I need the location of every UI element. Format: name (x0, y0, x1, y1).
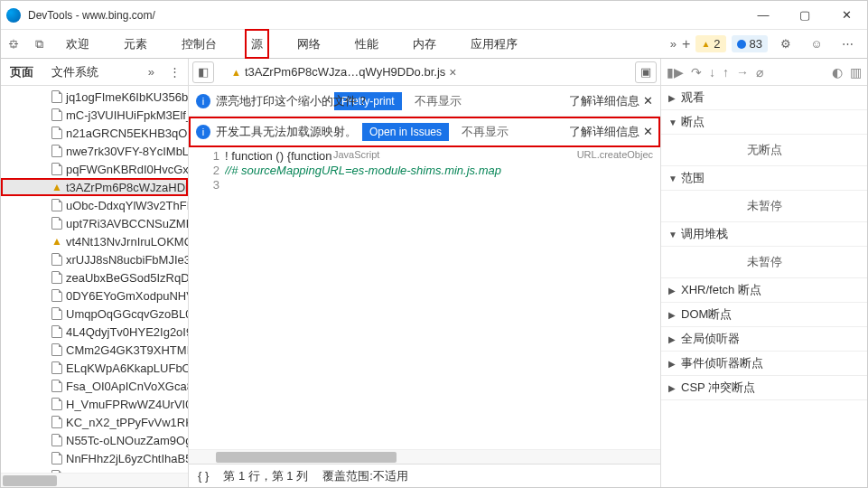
deactivate-bp-icon[interactable]: ⌀ (756, 65, 763, 80)
step-out-icon[interactable]: ↑ (723, 65, 729, 80)
file-row[interactable]: jq1ogFImeK6IbKU356bIv (1, 88, 188, 106)
file-icon (51, 307, 62, 320)
caret-down-icon: ▼ (668, 174, 677, 183)
main-tab-1[interactable]: 元素 (118, 30, 153, 58)
learnmore-sourcemap[interactable]: 了解详细信息 ✕ (569, 124, 653, 140)
dismiss-sourcemap[interactable]: 不再显示 (462, 124, 509, 140)
file-label: 0DY6EYoGmXodpuNHVc (66, 289, 188, 303)
panel-4-header[interactable]: ▶XHR/fetch 断点 (661, 278, 867, 303)
file-label: jq1ogFImeK6IbKU356bIv (66, 90, 188, 104)
panel-2-body: 未暂停 (661, 191, 867, 222)
close-tab-icon[interactable]: × (449, 65, 456, 80)
file-row[interactable]: ▲t3AZrPm6P8cWJzaHDi7c (1, 178, 188, 196)
coverage-status: 覆盖范围:不适用 (322, 468, 408, 484)
file-icon (51, 163, 62, 175)
file-row[interactable]: UmqpOqGGcqvGzoBL0l (1, 305, 188, 323)
left-kebab-icon[interactable]: ⋮ (162, 65, 188, 79)
file-row[interactable]: nwe7rk30VFY-8YcIMbLt (1, 142, 188, 160)
line-gutter: 123 (189, 147, 225, 449)
panel-7-header[interactable]: ▶事件侦听器断点 (661, 352, 867, 376)
file-row[interactable]: pqFWGnKBRdI0HvcGxln (1, 160, 188, 178)
dbg-misc2-icon[interactable]: ▥ (850, 65, 862, 80)
file-icon (51, 253, 62, 266)
step-into-icon[interactable]: ↓ (709, 65, 715, 80)
file-row[interactable]: n21aGRCN5EKHB3qOby (1, 124, 188, 142)
main-tab-2[interactable]: 控制台 (176, 30, 222, 58)
step-icon[interactable]: → (736, 65, 749, 80)
panel-label: 全局侦听器 (681, 331, 740, 347)
caret-right-icon: ▶ (668, 334, 677, 344)
panel-8-header[interactable]: ▶CSP 冲突断点 (661, 376, 867, 400)
maximize-button[interactable]: ▢ (784, 1, 826, 30)
open-in-issues-button[interactable]: Open in Issues (362, 123, 449, 141)
issues-warn-badge[interactable]: ▲2 (695, 35, 725, 52)
page-tab[interactable]: 页面 (1, 59, 42, 85)
main-tab-7[interactable]: 应用程序 (465, 30, 523, 58)
file-icon (51, 199, 62, 211)
file-label: nwe7rk30VFY-8YcIMbLt (66, 145, 188, 158)
inspect-icon[interactable]: ⯐ (1, 32, 26, 57)
editor-statusbar: { } 第 1 行，第 1 列 覆盖范围:不适用 (189, 464, 660, 487)
panel-0-header[interactable]: ▶观看 (661, 86, 867, 110)
window-controls: — ▢ ✕ (742, 1, 867, 30)
editor-file-tab[interactable]: ▲ t3AZrPm6P8cWJza…qWyH9DDo.br.js × (223, 61, 464, 83)
dismiss-prettyprint[interactable]: 不再显示 (415, 93, 462, 109)
main-tab-0[interactable]: 欢迎 (61, 30, 95, 58)
panel-6-header[interactable]: ▶全局侦听器 (661, 327, 867, 352)
panel-2-header[interactable]: ▼范围 (661, 166, 867, 191)
file-label: H_VmuFPRwWZ4UrVI0m (66, 398, 188, 411)
left-hscrollbar[interactable] (1, 473, 188, 487)
main-tab-4[interactable]: 网络 (292, 30, 326, 58)
add-tab-icon[interactable]: + (682, 36, 690, 52)
left-column: 页面 文件系统 » ⋮ jq1ogFImeK6IbKU356bIvmC-j3VU… (1, 59, 189, 487)
editor-hscrollbar[interactable] (189, 449, 660, 464)
file-label: N55Tc-oLNOuzZam9Og (66, 434, 188, 447)
file-row[interactable]: NnFHhz2jL6yzChtIhaB5l (1, 449, 188, 467)
braces-icon[interactable]: { } (198, 469, 209, 483)
file-row[interactable]: mC-j3VUIHUiFpkM3Elf_J (1, 106, 188, 124)
main-tab-3[interactable]: 源 (246, 30, 268, 58)
file-row[interactable]: ▲vt4Nt13NvJrnIruLOKMQ (1, 232, 188, 250)
caret-down-icon: ▼ (668, 117, 677, 127)
file-row[interactable]: KC_nX2_tPPyFvVw1RK2C (1, 413, 188, 431)
dbg-misc1-icon[interactable]: ◐ (832, 65, 843, 80)
file-row[interactable]: uObc-DdxqYlW3v2ThFF (1, 196, 188, 214)
main-tab-5[interactable]: 性能 (350, 30, 384, 58)
file-row[interactable]: CMm2G4GK3T9XHTMBy (1, 341, 188, 359)
more-tabs-icon[interactable]: » (670, 37, 677, 51)
nav-toggle-icon[interactable]: ◧ (192, 61, 214, 83)
file-row[interactable]: xrUJJ8sN8ucbiFbMJIe3n (1, 250, 188, 268)
panel-3-header[interactable]: ▼调用堆栈 (661, 222, 867, 247)
close-button[interactable]: ✕ (826, 1, 867, 30)
file-row[interactable]: 0DY6EYoGmXodpuNHVc (1, 286, 188, 305)
file-row[interactable]: Fsa_OI0ApICnVoXGca8A (1, 377, 188, 395)
left-more-icon[interactable]: » (141, 65, 162, 79)
file-row[interactable]: ELqKWpA6KkapLUFbOL (1, 359, 188, 377)
file-icon (51, 416, 62, 428)
code-editor[interactable]: 123 ! function () {function //# sourceMa… (189, 147, 660, 449)
file-label: uObc-DdxqYlW3v2ThFF (66, 199, 188, 212)
kebab-icon[interactable]: ⋯ (835, 32, 860, 57)
step-over-icon[interactable]: ↷ (691, 65, 702, 80)
file-tree[interactable]: jq1ogFImeK6IbKU356bIvmC-j3VUIHUiFpkM3Elf… (1, 86, 188, 473)
settings-icon[interactable]: ⚙ (773, 32, 798, 57)
file-row[interactable]: upt7Ri3AVBCCNSuZMRl (1, 214, 188, 232)
panel-1-header[interactable]: ▼断点 (661, 110, 867, 135)
file-row[interactable]: N55Tc-oLNOuzZam9Og (1, 431, 188, 449)
pause-icon[interactable]: ▮▶ (667, 65, 684, 80)
main-tab-6[interactable]: 内存 (407, 30, 442, 58)
file-row[interactable]: H_VmuFPRwWZ4UrVI0m (1, 395, 188, 413)
editor-dock-icon[interactable]: ▣ (635, 61, 657, 83)
file-icon (51, 108, 62, 121)
caret-down-icon: ▼ (668, 230, 677, 239)
panel-5-header[interactable]: ▶DOM断点 (661, 303, 867, 327)
device-icon[interactable]: ⧉ (26, 32, 51, 57)
file-row[interactable]: zeaUbxBeGSod5IzRqD19 (1, 268, 188, 286)
filesystem-tab[interactable]: 文件系统 (42, 59, 107, 85)
file-warn-icon: ▲ (51, 181, 62, 193)
learnmore-prettyprint[interactable]: 了解详细信息 ✕ (569, 93, 653, 109)
file-row[interactable]: 4L4QdyjTv0HYE2Ig2oI9e (1, 323, 188, 341)
minimize-button[interactable]: — (742, 1, 784, 30)
feedback-icon[interactable]: ☺ (804, 32, 829, 57)
issues-info-badge[interactable]: 83 (732, 35, 768, 52)
